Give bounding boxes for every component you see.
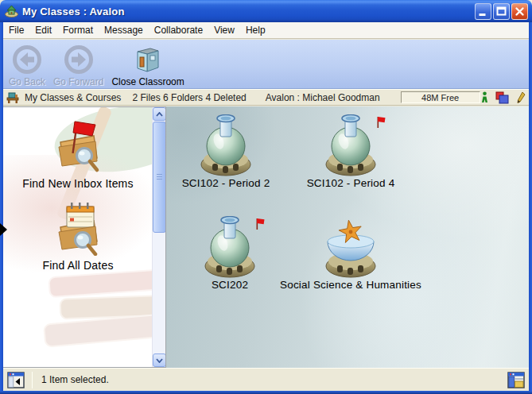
- go-forward-button[interactable]: Go Forward: [49, 43, 107, 88]
- course-social-science[interactable]: Social Science & Humanities: [255, 216, 446, 291]
- status-bar: 1 Item selected.: [0, 368, 532, 391]
- menu-format[interactable]: Format: [57, 23, 99, 37]
- sidebar-item-label: Find All Dates: [6, 259, 150, 272]
- watermark-book: [48, 268, 166, 298]
- scrollbar-grip: [157, 174, 162, 180]
- classroom-building-icon: [133, 44, 163, 75]
- new-items-flag-icon: [376, 116, 386, 129]
- circle-arrow-left-icon: [11, 44, 43, 75]
- classes-panel: SCI102 - Period 2 SCI102 - Period 4 SCI2…: [166, 106, 532, 368]
- info-bar: My Classes & Courses 2 Files 6 Folders 4…: [0, 89, 532, 106]
- course-label: SCI102 - Period 4: [255, 177, 446, 189]
- bowl-starfish-course-icon: [322, 216, 379, 278]
- close-classroom-button[interactable]: Close Classroom: [107, 43, 188, 88]
- folder-calendar-search-icon: [49, 199, 107, 256]
- menu-edit[interactable]: Edit: [29, 23, 57, 37]
- close-button[interactable]: [511, 3, 528, 20]
- flask-course-icon: [322, 114, 379, 176]
- status-message: 1 Item selected.: [41, 374, 507, 385]
- layers-icon[interactable]: [495, 91, 509, 104]
- window-title: My Classes : Avalon: [22, 6, 473, 17]
- info-bar-icons: [481, 91, 526, 104]
- menu-file[interactable]: File: [3, 23, 29, 37]
- shortcuts-sidebar: Find New Inbox Items: [2, 106, 166, 368]
- window-border-right: [529, 22, 532, 394]
- free-space-indicator: 48M Free: [401, 91, 480, 103]
- layout-panels-icon[interactable]: [507, 372, 525, 388]
- course-label: Social Science & Humanities: [255, 279, 446, 291]
- menu-help[interactable]: Help: [240, 23, 271, 37]
- desk-icon: [6, 91, 19, 103]
- sidebar-item-find-new-inbox[interactable]: Find New Inbox Items: [6, 117, 150, 190]
- location-label: My Classes & Courses: [25, 92, 121, 103]
- go-forward-label: Go Forward: [53, 76, 103, 87]
- scrollbar-thumb[interactable]: [153, 122, 166, 233]
- classroom-app-icon: [5, 5, 18, 17]
- person-icon[interactable]: [481, 91, 488, 103]
- chevron-up-icon: [156, 112, 163, 117]
- close-classroom-label: Close Classroom: [111, 76, 184, 87]
- menu-message[interactable]: Message: [99, 23, 149, 37]
- toolbar: Go Back Go Forward Close Classroom: [0, 40, 532, 89]
- scroll-up-button[interactable]: [153, 107, 166, 121]
- status-separator: [32, 372, 33, 388]
- sidebar-item-label: Find New Inbox Items: [6, 177, 150, 190]
- sidebar-scrollbar[interactable]: [152, 107, 165, 367]
- course-sci102-period4[interactable]: SCI102 - Period 4: [255, 114, 446, 189]
- minimize-button[interactable]: [475, 3, 491, 20]
- flask-course-icon: [197, 114, 254, 176]
- chevron-down-icon: [156, 358, 163, 363]
- circle-arrow-right-icon: [63, 44, 95, 75]
- scroll-down-button[interactable]: [153, 353, 166, 367]
- go-back-label: Go Back: [9, 76, 45, 87]
- window-border-bottom: [0, 391, 532, 394]
- window-border-left: [0, 22, 3, 394]
- go-back-button[interactable]: Go Back: [5, 43, 49, 88]
- flask-course-icon: [201, 216, 258, 278]
- pencil-icon[interactable]: [516, 91, 526, 104]
- sidebar-item-find-all-dates[interactable]: Find All Dates: [6, 199, 150, 272]
- close-icon: [513, 5, 526, 18]
- server-user: Avalon : Michael Goodman: [266, 92, 380, 103]
- maximize-icon: [495, 5, 508, 18]
- application-window: My Classes : Avalon File Edit Format Mes…: [0, 0, 532, 394]
- watermark-book: [43, 313, 166, 347]
- menu-bar: File Edit Format Message Collaborate Vie…: [0, 22, 532, 39]
- menu-collaborate[interactable]: Collaborate: [149, 23, 208, 37]
- minimize-icon: [476, 5, 490, 18]
- maximize-button[interactable]: [493, 3, 510, 20]
- toggle-left-panel-icon[interactable]: [7, 372, 25, 388]
- item-counts: 2 Files 6 Folders 4 Deleted: [132, 92, 246, 103]
- folder-flag-search-icon: [49, 117, 107, 174]
- sidebar-expand-handle-icon[interactable]: [0, 223, 7, 236]
- titlebar[interactable]: My Classes : Avalon: [0, 0, 532, 22]
- watermark-book: [60, 295, 166, 320]
- menu-view[interactable]: View: [208, 23, 240, 37]
- content-area: Find New Inbox Items: [0, 106, 532, 368]
